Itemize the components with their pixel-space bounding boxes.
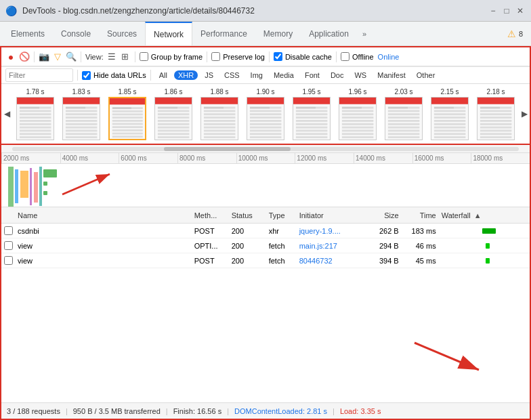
- row-name: view: [15, 257, 192, 265]
- filter-input[interactable]: [5, 68, 73, 82]
- col-status-header[interactable]: Status: [229, 211, 266, 219]
- row-check[interactable]: [1, 226, 15, 235]
- tab-memory[interactable]: Memory: [255, 22, 301, 45]
- separator-s4: |: [333, 407, 335, 415]
- col-type-header[interactable]: Type: [266, 211, 297, 219]
- maximize-button[interactable]: □: [501, 5, 512, 16]
- screenshot-button[interactable]: 📷: [39, 51, 49, 62]
- filter-xhr[interactable]: XHR: [174, 70, 198, 80]
- filter-media[interactable]: Media: [270, 70, 298, 80]
- hide-data-urls-check[interactable]: Hide data URLs: [82, 71, 146, 80]
- filter-button[interactable]: ▽: [52, 51, 63, 62]
- table-header: Name Meth... Status Type Initiator Size …: [1, 207, 530, 224]
- screenshot-item[interactable]: 1.88 s: [196, 87, 242, 142]
- row-waterfall: [439, 224, 530, 238]
- screenshot-thumb[interactable]: [62, 97, 100, 140]
- screenshot-item[interactable]: 2.03 s: [381, 87, 427, 142]
- tab-performance[interactable]: Performance: [192, 22, 255, 45]
- row-time: 183 ms: [402, 227, 439, 235]
- title-text: DevTools - blog.csdn.net/zengzhenzong/ar…: [22, 6, 482, 16]
- more-tabs-button[interactable]: »: [357, 30, 372, 38]
- screenshot-thumb[interactable]: [339, 97, 377, 140]
- screenshot-thumb[interactable]: [477, 97, 515, 140]
- svg-line-1: [62, 174, 110, 194]
- screenshot-item[interactable]: 2.15 s: [427, 87, 473, 142]
- strip-right-arrow[interactable]: ▶: [519, 109, 530, 119]
- tab-console[interactable]: Console: [53, 22, 99, 45]
- row-initiator: main.js:217: [297, 242, 364, 250]
- col-waterfall-header[interactable]: Waterfall ▲: [439, 211, 530, 219]
- close-button[interactable]: ✕: [515, 5, 526, 16]
- col-size-header[interactable]: Size: [364, 211, 402, 219]
- screenshot-item[interactable]: 2.18 s: [473, 87, 519, 142]
- filter-ws[interactable]: WS: [350, 70, 370, 80]
- online-label: Online: [378, 53, 400, 61]
- row-check[interactable]: [1, 241, 15, 250]
- filter-css[interactable]: CSS: [220, 70, 244, 80]
- screenshot-timestamp: 1.90 s: [256, 88, 274, 96]
- offline-check[interactable]: Offline: [341, 52, 374, 61]
- filter-all[interactable]: All: [155, 70, 171, 80]
- preserve-log-check[interactable]: Preserve log: [211, 52, 265, 61]
- tab-bar: Elements Console Sources Network Perform…: [0, 22, 531, 46]
- ruler-tick: 18000 ms: [471, 153, 530, 163]
- screenshot-thumb[interactable]: [16, 97, 54, 140]
- tab-elements[interactable]: Elements: [3, 22, 53, 45]
- separator: [34, 51, 35, 62]
- screenshot-item[interactable]: 1.85 s: [104, 87, 150, 142]
- row-check[interactable]: [1, 256, 15, 265]
- table-row[interactable]: view POST 200 fetch 80446732 394 B 45 ms: [1, 253, 530, 268]
- view-list-icon[interactable]: ☰: [106, 51, 117, 62]
- filter-img[interactable]: Img: [247, 70, 267, 80]
- tab-sources[interactable]: Sources: [99, 22, 145, 45]
- screenshot-thumb[interactable]: [431, 97, 469, 140]
- separator-s3: |: [227, 407, 229, 415]
- row-method: OPTI...: [192, 242, 229, 250]
- screenshot-timestamp: 2.03 s: [394, 88, 412, 96]
- row-time: 45 ms: [402, 257, 439, 265]
- screenshot-thumb[interactable]: [154, 97, 192, 140]
- screenshot-item[interactable]: 1.86 s: [150, 87, 196, 142]
- filter-other[interactable]: Other: [412, 70, 440, 80]
- screenshot-item[interactable]: 1.96 s: [335, 87, 381, 142]
- row-status: 200: [229, 227, 266, 235]
- screenshot-item[interactable]: 1.95 s: [289, 87, 335, 142]
- filter-js[interactable]: JS: [200, 70, 217, 80]
- separator-s2: |: [166, 407, 168, 415]
- search-button[interactable]: 🔍: [66, 51, 77, 62]
- record-button[interactable]: ●: [5, 51, 16, 62]
- view-film-icon[interactable]: ⊞: [120, 51, 131, 62]
- screenshot-item[interactable]: 1.90 s: [242, 87, 289, 142]
- filter-manifest[interactable]: Manifest: [373, 70, 410, 80]
- tab-application[interactable]: Application: [301, 22, 357, 45]
- row-type: fetch: [266, 242, 297, 250]
- filter-bar: Hide data URLs All XHR JS CSS Img Media …: [1, 66, 530, 84]
- filter-doc[interactable]: Doc: [326, 70, 348, 80]
- separator-4: [207, 51, 207, 62]
- table-row[interactable]: view OPTI... 200 fetch main.js:217 294 B…: [1, 238, 530, 253]
- horizontal-scrollbar[interactable]: [1, 145, 530, 153]
- filter-font[interactable]: Font: [301, 70, 324, 80]
- requests-count: 3 / 188 requests: [7, 407, 60, 415]
- screenshot-thumb[interactable]: [247, 97, 284, 140]
- screenshot-thumb[interactable]: [200, 97, 238, 140]
- row-type: fetch: [266, 257, 297, 265]
- group-by-frame-check[interactable]: Group by frame: [140, 52, 203, 61]
- screenshot-thumb[interactable]: [293, 97, 331, 140]
- tab-network[interactable]: Network: [145, 22, 192, 45]
- clear-button[interactable]: 🚫: [19, 51, 30, 62]
- screenshot-thumb[interactable]: [385, 97, 423, 140]
- screenshot-item[interactable]: 1.78 s: [12, 87, 58, 142]
- minimize-button[interactable]: −: [488, 5, 498, 16]
- strip-left-arrow[interactable]: ◀: [1, 109, 12, 119]
- col-initiator-header[interactable]: Initiator: [297, 211, 364, 219]
- table-row[interactable]: csdnbi POST 200 xhr jquery-1.9.... 262 B…: [1, 224, 530, 238]
- col-method-header[interactable]: Meth...: [192, 211, 229, 219]
- row-waterfall: [439, 238, 530, 253]
- col-time-header[interactable]: Time: [402, 211, 439, 219]
- screenshot-thumb[interactable]: [108, 97, 146, 140]
- col-name-header[interactable]: Name: [15, 211, 192, 219]
- screenshot-item[interactable]: 1.83 s: [58, 87, 104, 142]
- separator-5: [269, 51, 270, 62]
- disable-cache-check[interactable]: Disable cache: [274, 52, 332, 61]
